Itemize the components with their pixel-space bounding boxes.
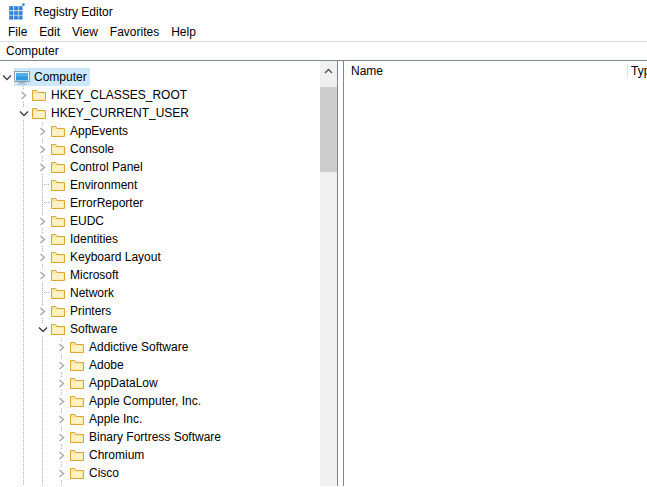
tree-item-appdatalow[interactable]: AppDataLow [0,374,320,392]
tree-item-content[interactable]: ErrorReporter [50,194,146,212]
tree-item-content[interactable]: Chromium [69,446,147,464]
tree-item-errorreporter[interactable]: ErrorReporter [0,194,320,212]
chevron-right-icon[interactable] [17,89,30,101]
folder-icon [69,411,85,427]
chevron-right-icon[interactable] [36,251,49,263]
tree-item-content[interactable]: Addictive Software [69,338,191,356]
tree-item-eudc[interactable]: EUDC [0,212,320,230]
tree-item-content[interactable]: EUDC [50,212,107,230]
tree-item-keyboard-layout[interactable]: Keyboard Layout [0,248,320,266]
tree-item-software[interactable]: Software [0,320,320,338]
tree-item-computer[interactable]: Computer [0,68,320,86]
title-bar: Registry Editor [0,0,647,23]
chevron-right-icon[interactable] [36,305,49,317]
tree-item-network[interactable]: Network [0,284,320,302]
menu-file[interactable]: File [2,24,33,41]
tree-scrollbar[interactable] [320,61,337,486]
chevron-right-icon[interactable] [55,395,68,407]
tree-item-content[interactable]: Software [50,320,120,338]
tree-item-label: Software [70,320,117,338]
tree-item-content[interactable]: Control Panel [50,158,146,176]
tree-item-content[interactable]: Apple Computer, Inc. [69,392,204,410]
tree-item-content[interactable]: Adobe [69,356,127,374]
chevron-down-icon[interactable] [0,71,13,83]
tree-item-label: Control Panel [70,158,143,176]
menu-help[interactable]: Help [165,24,202,41]
tree-item-content[interactable]: Identities [50,230,121,248]
tree-item-adobe[interactable]: Adobe [0,356,320,374]
column-header-name[interactable]: Name [344,61,627,81]
tree-item-label: Printers [70,302,111,320]
tree-item-label: HKEY_CURRENT_USER [51,104,189,122]
tree-item-hkey-current-user[interactable]: HKEY_CURRENT_USER [0,104,320,122]
chevron-right-icon[interactable] [55,377,68,389]
tree-item-label: ErrorReporter [70,194,143,212]
scrollbar-up-button[interactable] [320,61,337,78]
tree-item-content[interactable]: Microsoft [50,266,122,284]
tree-item-content[interactable]: Printers [50,302,114,320]
chevron-right-icon[interactable] [36,161,49,173]
tree-item-content[interactable]: Apple Inc. [69,410,145,428]
tree-item-label: Binary Fortress Software [89,428,221,446]
tree-item-cisco[interactable]: Cisco [0,464,320,482]
address-input[interactable] [0,43,647,59]
folder-icon [50,141,66,157]
tree-item-identities[interactable]: Identities [0,230,320,248]
tree-item-partial[interactable] [0,482,320,486]
chevron-right-icon[interactable] [55,431,68,443]
column-separator[interactable] [627,64,628,78]
folder-icon [50,123,66,139]
tree-item-label: Console [70,140,114,158]
tree-item-content[interactable]: AppDataLow [69,374,161,392]
folder-icon [69,483,85,486]
tree-item-content[interactable]: Console [50,140,117,158]
chevron-right-icon[interactable] [55,341,68,353]
chevron-right-icon[interactable] [55,413,68,425]
chevron-right-icon[interactable] [55,449,68,461]
menu-favorites[interactable]: Favorites [104,24,165,41]
tree-item-content[interactable]: Environment [50,176,140,194]
chevron-down-icon[interactable] [36,323,49,335]
tree-item-content[interactable]: Binary Fortress Software [69,428,224,446]
tree-item-label: Environment [70,176,137,194]
folder-icon [50,249,66,265]
tree-item-addictive-software[interactable]: Addictive Software [0,338,320,356]
tree-item-hkey-classes-root[interactable]: HKEY_CLASSES_ROOT [0,86,320,104]
scrollbar-thumb[interactable] [320,87,337,172]
tree-item-binary-fortress-software[interactable]: Binary Fortress Software [0,428,320,446]
tree-item-content[interactable]: HKEY_CLASSES_ROOT [31,86,190,104]
tree-item-content[interactable]: Cisco [69,464,122,482]
tree-item-label: Apple Inc. [89,410,142,428]
tree-item-content[interactable] [69,482,92,486]
menu-edit[interactable]: Edit [33,24,66,41]
tree-item-printers[interactable]: Printers [0,302,320,320]
chevron-right-icon[interactable] [36,269,49,281]
tree-item-apple-computer-inc[interactable]: Apple Computer, Inc. [0,392,320,410]
tree-item-content[interactable]: HKEY_CURRENT_USER [31,104,192,122]
tree-item-microsoft[interactable]: Microsoft [0,266,320,284]
tree-item-label: AppDataLow [89,374,158,392]
chevron-right-icon[interactable] [55,467,68,479]
chevron-right-icon[interactable] [55,359,68,371]
tree-item-appevents[interactable]: AppEvents [0,122,320,140]
tree-item-console[interactable]: Console [0,140,320,158]
folder-icon [31,105,47,121]
chevron-right-icon[interactable] [36,125,49,137]
no-chevron [36,197,49,209]
tree-item-label: Computer [34,68,87,86]
tree-item-control-panel[interactable]: Control Panel [0,158,320,176]
column-header-type[interactable]: Type [631,61,647,81]
tree-item-content[interactable]: Computer [14,68,90,86]
folder-icon [69,375,85,391]
chevron-right-icon[interactable] [36,233,49,245]
tree-item-content[interactable]: Network [50,284,117,302]
tree-item-apple-inc[interactable]: Apple Inc. [0,410,320,428]
menu-view[interactable]: View [66,24,104,41]
tree-item-environment[interactable]: Environment [0,176,320,194]
tree-item-chromium[interactable]: Chromium [0,446,320,464]
chevron-down-icon[interactable] [17,107,30,119]
chevron-right-icon[interactable] [36,215,49,227]
chevron-right-icon[interactable] [36,143,49,155]
tree-item-content[interactable]: Keyboard Layout [50,248,164,266]
tree-item-content[interactable]: AppEvents [50,122,131,140]
